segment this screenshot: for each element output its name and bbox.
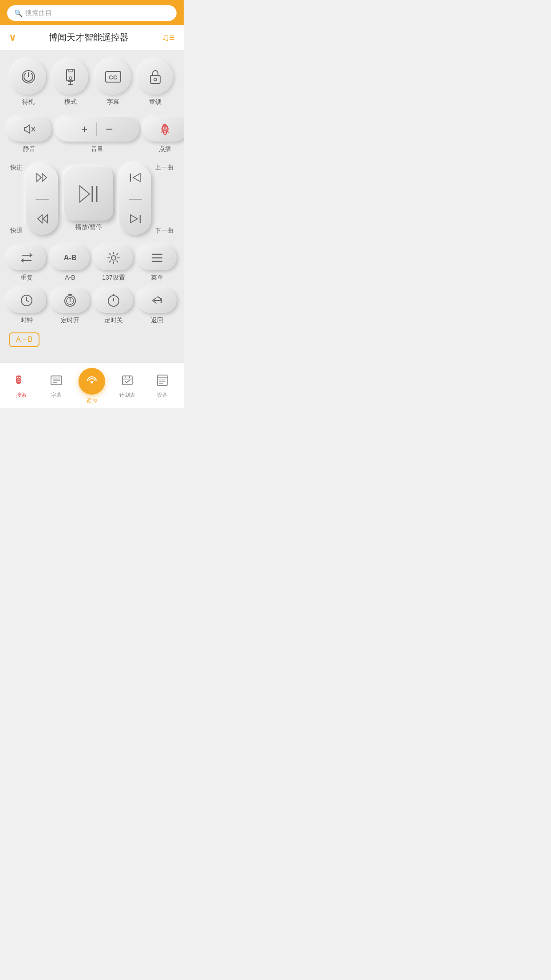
ab-text: A-B <box>64 254 76 262</box>
timer-on-pill <box>51 288 90 313</box>
playback-row: 快进 快退 <box>7 164 177 235</box>
search-icon: 🔍 <box>14 9 23 17</box>
volume-plus[interactable]: + <box>81 123 87 135</box>
nav-remote-label: 遥控 <box>87 397 97 405</box>
bottom-buttons: 重复 A-B A-B 137设置 <box>7 245 177 324</box>
standby-circle <box>11 59 46 95</box>
nav-search[interactable]: 搜索 <box>4 374 39 399</box>
back-label: 返回 <box>151 316 163 324</box>
svg-rect-50 <box>51 376 62 379</box>
svg-point-4 <box>69 77 72 79</box>
ondemand-label: 点播 <box>159 145 171 153</box>
repeat-pill <box>7 245 46 270</box>
device-nav-label: 设备 <box>157 391 168 399</box>
bottom-nav: 搜索 字幕 遥控 <box>0 362 184 408</box>
fast-rewind-label: 快退 <box>10 227 23 235</box>
mode-label: 模式 <box>64 98 77 106</box>
playlist-icon[interactable]: ♫≡ <box>162 32 175 43</box>
subtitle-nav-icon <box>50 374 63 390</box>
schedule-nav-icon <box>121 374 134 390</box>
repeat-label: 重复 <box>20 274 33 282</box>
page-title: 博闻天才智能遥控器 <box>49 32 129 43</box>
svg-line-32 <box>27 300 29 302</box>
subtitle-circle: CC <box>95 59 131 95</box>
childlock-circle <box>138 59 173 95</box>
play-pause-label: 播放/暂停 <box>75 223 102 231</box>
prev-icon <box>130 172 141 186</box>
title-row: ∨ 博闻天才智能遥控器 ♫≡ <box>0 25 184 50</box>
repeat-button[interactable]: 重复 <box>7 245 46 282</box>
settings-button[interactable]: 137设置 <box>94 245 133 282</box>
search-nav-icon <box>15 374 28 390</box>
remote-body: 待机 模式 CC <box>0 50 184 362</box>
svg-marker-23 <box>133 174 140 182</box>
left-labels: 快进 快退 <box>10 164 23 235</box>
ab-badge: A－B <box>9 332 39 347</box>
ff-rw-button[interactable] <box>26 164 58 235</box>
ondemand-button[interactable]: 点播 <box>143 117 184 153</box>
ab-badge-container: A－B <box>7 332 177 353</box>
svg-rect-2 <box>67 69 75 81</box>
header: 🔍 搜索曲目 <box>0 0 184 25</box>
top-buttons-row: 待机 模式 CC <box>7 59 177 106</box>
nav-device[interactable]: 设备 <box>145 374 180 399</box>
mute-label: 静音 <box>23 145 35 153</box>
svg-marker-25 <box>130 215 138 223</box>
clock-label: 时钟 <box>20 316 33 324</box>
subtitle-button[interactable]: CC 字幕 <box>95 59 131 106</box>
mode-button[interactable]: 模式 <box>53 59 88 106</box>
play-pause-wrapper: 播放/暂停 <box>58 167 119 231</box>
timer-off-label: 定时关 <box>104 316 123 324</box>
menu-label: 菜单 <box>151 274 163 282</box>
svg-point-51 <box>91 381 93 383</box>
svg-rect-10 <box>150 75 160 83</box>
clock-button[interactable]: 时钟 <box>7 288 46 324</box>
childlock-button[interactable]: 童锁 <box>138 59 173 106</box>
timer-on-button[interactable]: 定时开 <box>51 288 90 324</box>
ab-button[interactable]: A-B A-B <box>51 245 90 282</box>
ab-pill: A-B <box>51 245 90 270</box>
back-pill <box>138 288 177 313</box>
volume-pill: + − <box>55 117 139 142</box>
ondemand-pill <box>143 117 184 142</box>
right-labels: 上一曲 下一曲 <box>155 164 173 235</box>
device-nav-icon <box>157 374 168 390</box>
nav-remote-button[interactable] <box>79 368 105 395</box>
nav-schedule[interactable]: 计划表 <box>110 374 145 399</box>
volume-label: 音量 <box>91 145 103 153</box>
volume-divider <box>96 122 97 136</box>
prev-next-button[interactable] <box>119 164 151 235</box>
mute-button[interactable]: 静音 <box>7 117 51 153</box>
mute-pill <box>7 117 51 142</box>
bottom-row-1: 重复 A-B A-B 137设置 <box>7 245 177 282</box>
fast-forward-label: 快进 <box>10 164 23 172</box>
svg-marker-19 <box>80 186 90 202</box>
next-icon <box>130 213 141 227</box>
clock-pill <box>7 288 46 313</box>
fast-rewind-icon <box>36 213 48 227</box>
volume-minus[interactable]: − <box>106 122 113 136</box>
nav-subtitle[interactable]: 字幕 <box>39 374 75 399</box>
standby-label: 待机 <box>22 98 35 106</box>
dropdown-icon[interactable]: ∨ <box>9 32 16 43</box>
ab-label: A-B <box>65 274 75 281</box>
timer-off-button[interactable]: 定时关 <box>94 288 133 324</box>
timer-on-label: 定时开 <box>61 316 79 324</box>
svg-point-11 <box>154 78 157 81</box>
settings-pill <box>94 245 133 270</box>
back-button[interactable]: 返回 <box>138 288 177 324</box>
divider-line <box>35 199 49 200</box>
menu-button[interactable]: 菜单 <box>138 245 177 282</box>
volume-control[interactable]: + − 音量 <box>55 117 139 153</box>
search-bar[interactable]: 🔍 搜索曲目 <box>7 5 177 21</box>
svg-marker-15 <box>37 174 41 182</box>
standby-button[interactable]: 待机 <box>11 59 46 106</box>
fast-forward-icon <box>36 172 48 186</box>
subtitle-nav-label: 字幕 <box>51 391 62 399</box>
menu-pill <box>138 245 177 270</box>
play-pause-button[interactable] <box>64 167 113 221</box>
schedule-nav-label: 计划表 <box>119 391 135 399</box>
mid-row: 静音 + − 音量 <box>7 117 177 153</box>
search-nav-label: 搜索 <box>16 391 27 399</box>
settings-label: 137设置 <box>102 274 125 282</box>
